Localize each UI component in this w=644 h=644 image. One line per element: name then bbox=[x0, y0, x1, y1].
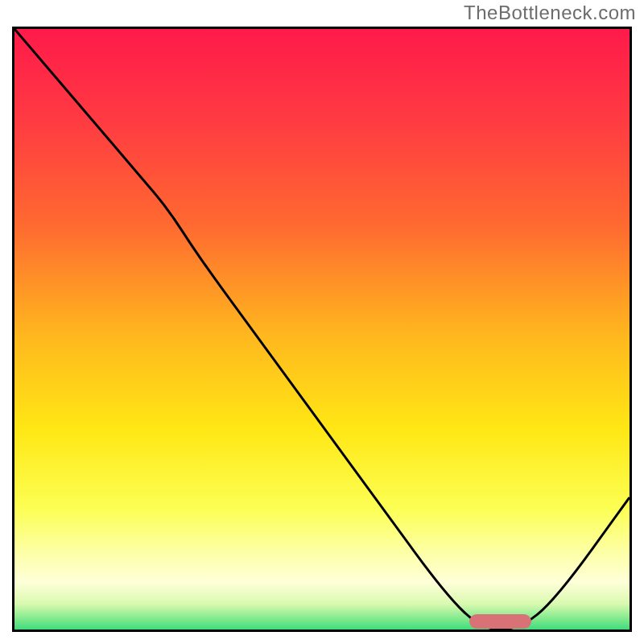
plot-area bbox=[12, 27, 632, 632]
watermark-text: TheBottleneck.com bbox=[464, 2, 636, 24]
optimal-range-marker bbox=[469, 614, 530, 629]
bottleneck-curve bbox=[14, 29, 630, 630]
chart-frame: TheBottleneck.com bbox=[0, 0, 644, 644]
